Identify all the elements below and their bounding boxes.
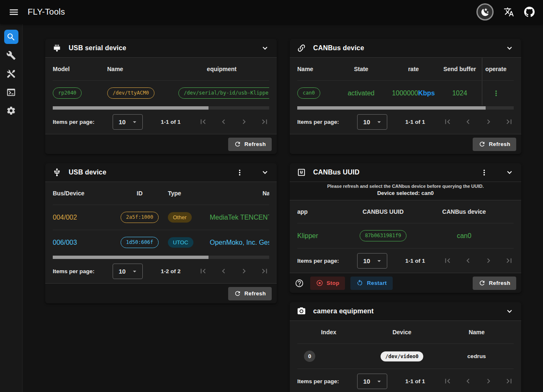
- cell-bus-device: 006/003: [53, 239, 116, 246]
- dots-vertical-icon: [480, 168, 489, 177]
- page-last-icon: [260, 266, 269, 276]
- collapse-button[interactable]: [505, 44, 514, 53]
- cell-type: UTOC: [168, 237, 210, 248]
- link-icon: [297, 44, 306, 53]
- horizontal-scrollbar[interactable]: [297, 106, 514, 110]
- page-first-icon: [198, 117, 208, 126]
- last-page-button[interactable]: [504, 377, 514, 386]
- prev-page-button[interactable]: [219, 266, 228, 276]
- refresh-label: Refresh: [244, 290, 266, 297]
- refresh-button[interactable]: Refresh: [473, 277, 516, 290]
- refresh-label: Refresh: [489, 141, 510, 147]
- menu-button[interactable]: [8, 7, 19, 18]
- scrollbar-thumb[interactable]: [53, 256, 208, 259]
- translate-button[interactable]: [504, 7, 514, 17]
- restart-label: Restart: [367, 280, 387, 286]
- column-header: app: [297, 208, 352, 215]
- column-header: Index: [297, 329, 364, 336]
- canbus-device-card-header: CANBus device: [290, 39, 521, 57]
- first-page-button[interactable]: [443, 256, 452, 265]
- items-per-page-select[interactable]: 10: [357, 253, 388, 269]
- sidebar-item-terminal[interactable]: [4, 85, 18, 99]
- next-page-button[interactable]: [239, 117, 249, 126]
- dots-vertical-icon: [492, 89, 500, 97]
- next-page-button[interactable]: [239, 266, 249, 276]
- stop-button[interactable]: Stop: [310, 277, 345, 290]
- cell-device: can0: [419, 232, 514, 240]
- collapse-button[interactable]: [260, 44, 270, 53]
- first-page-button[interactable]: [443, 377, 452, 386]
- items-per-page-select[interactable]: 10: [357, 114, 388, 130]
- column-header: Name: [210, 190, 269, 197]
- next-page-button[interactable]: [484, 256, 493, 265]
- cell-operate: [482, 81, 514, 105]
- github-button[interactable]: [524, 7, 535, 17]
- moon-icon: [481, 8, 490, 17]
- sidebar-item-services[interactable]: [4, 103, 18, 118]
- usb-device-card-header: USB device: [45, 163, 277, 182]
- sidebar-item-device-search[interactable]: [4, 30, 18, 44]
- collapse-button[interactable]: [505, 168, 514, 177]
- collapse-button[interactable]: [505, 307, 514, 316]
- cog-icon: [6, 106, 16, 115]
- column-header: CANBus device: [419, 208, 514, 215]
- type-chip: UTOC: [168, 237, 193, 248]
- table-row: 0 /dev/video0 cedrus: [297, 343, 514, 369]
- scrollbar-thumb[interactable]: [53, 106, 208, 110]
- card-menu-button[interactable]: [480, 168, 489, 177]
- page-last-icon: [504, 256, 514, 265]
- collapse-button[interactable]: [260, 168, 270, 177]
- card-menu-button[interactable]: [235, 168, 244, 177]
- sidebar-item-flash-tools[interactable]: [4, 67, 18, 81]
- theme-toggle-button[interactable]: [476, 3, 494, 20]
- next-page-button[interactable]: [484, 117, 493, 126]
- page-range: 1-1 of 1: [405, 258, 425, 264]
- column-header: Model: [53, 66, 107, 72]
- items-per-page-select[interactable]: 10: [357, 374, 388, 389]
- next-page-button[interactable]: [484, 377, 493, 386]
- refresh-button[interactable]: Refresh: [473, 138, 516, 151]
- column-header: CANBUS UUID: [352, 208, 419, 215]
- items-per-page-value: 10: [363, 378, 371, 385]
- menu-down-icon: [131, 118, 139, 126]
- sidebar-item-tools[interactable]: [4, 48, 18, 62]
- help-button[interactable]: [295, 279, 304, 288]
- last-page-button[interactable]: [260, 266, 269, 276]
- cell-id: 1d50:606f: [116, 237, 168, 248]
- pagination-nav: [198, 266, 269, 276]
- restart-button[interactable]: Restart: [350, 277, 393, 290]
- refresh-icon: [234, 290, 241, 297]
- prev-page-button[interactable]: [463, 377, 473, 386]
- last-page-button[interactable]: [504, 256, 514, 265]
- prev-page-button[interactable]: [463, 117, 473, 126]
- horizontal-scrollbar[interactable]: [53, 256, 269, 259]
- refresh-button[interactable]: Refresh: [228, 138, 272, 151]
- chevron-right-icon: [239, 117, 249, 126]
- tools-icon: [6, 69, 16, 79]
- first-page-button[interactable]: [198, 117, 208, 126]
- items-per-page-label: Items per page:: [53, 268, 95, 274]
- table-header-row: Bus/Device ID Type Name: [53, 182, 269, 205]
- prev-page-button[interactable]: [463, 256, 473, 265]
- row-actions-button[interactable]: [492, 89, 500, 97]
- canbus-device-card-body: Name State rate Send buffer operate can0…: [290, 57, 521, 134]
- first-page-button[interactable]: [198, 266, 208, 276]
- items-per-page-select[interactable]: 10: [113, 114, 143, 130]
- chevron-down-icon: [505, 44, 514, 53]
- cell-type: Other: [168, 212, 210, 223]
- prev-page-button[interactable]: [219, 117, 228, 126]
- horizontal-scrollbar[interactable]: [53, 106, 269, 110]
- page-range: 1-2 of 2: [161, 268, 180, 274]
- first-page-button[interactable]: [443, 117, 452, 126]
- last-page-button[interactable]: [504, 117, 514, 126]
- stop-circle-icon: [316, 279, 323, 287]
- chevron-left-icon: [463, 256, 473, 265]
- page-range: 1-1 of 1: [405, 378, 425, 384]
- can-name-chip: can0: [297, 87, 320, 98]
- usb-serial-card-header: USB serial device: [45, 39, 277, 57]
- cell-bus-device: 004/002: [53, 214, 116, 221]
- last-page-button[interactable]: [260, 117, 269, 126]
- items-per-page-select[interactable]: 10: [113, 264, 143, 279]
- refresh-button[interactable]: Refresh: [228, 287, 272, 300]
- scrollbar-thumb[interactable]: [297, 106, 486, 110]
